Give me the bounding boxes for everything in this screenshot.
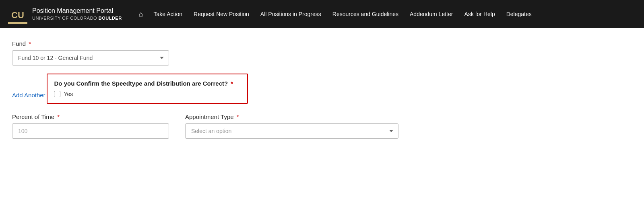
- confirm-box: Do you Confirm the Speedtype and Distrib…: [47, 74, 248, 104]
- nav-ask-for-help[interactable]: Ask for Help: [458, 0, 500, 28]
- confirm-yes-checkbox[interactable]: [54, 91, 60, 97]
- nav-request-new-position[interactable]: Request New Position: [188, 0, 255, 28]
- nav-resources[interactable]: Resources and Guidelines: [327, 0, 404, 28]
- confirm-required-star: *: [229, 80, 233, 87]
- svg-text:CU: CU: [11, 10, 24, 20]
- form-bottom-row: Percent of Time * Appointment Type * Sel…: [12, 113, 632, 139]
- appointment-type-col: Appointment Type * Select an option Full…: [185, 113, 398, 139]
- main-content: Fund * Fund 10 or 12 - General Fund Fund…: [0, 28, 644, 151]
- confirm-yes-label[interactable]: Yes: [64, 91, 73, 97]
- brand-text: Position Management Portal UNIVERSITY OF…: [32, 7, 122, 21]
- add-another-link[interactable]: Add Another: [12, 92, 45, 98]
- percent-of-time-col: Percent of Time *: [12, 113, 169, 139]
- percent-required-star: *: [56, 113, 60, 120]
- cu-logo-icon: CU: [8, 4, 27, 24]
- fund-select[interactable]: Fund 10 or 12 - General Fund Fund 20 - G…: [12, 50, 169, 66]
- percent-of-time-input[interactable]: [12, 123, 169, 139]
- nav-links: ⌂ Take Action Request New Position All P…: [134, 0, 636, 28]
- home-icon[interactable]: ⌂: [134, 10, 148, 18]
- nav-all-positions[interactable]: All Positions in Progress: [255, 0, 327, 28]
- navbar: CU Position Management Portal UNIVERSITY…: [0, 0, 644, 28]
- fund-label: Fund *: [12, 40, 632, 47]
- percent-of-time-label: Percent of Time *: [12, 113, 169, 120]
- brand-logo-link[interactable]: CU Position Management Portal UNIVERSITY…: [8, 4, 122, 24]
- nav-take-action[interactable]: Take Action: [148, 0, 188, 28]
- appointment-type-label: Appointment Type *: [185, 113, 398, 120]
- confirm-checkbox-row: Yes: [54, 91, 241, 97]
- brand-title: Position Management Portal: [32, 7, 122, 15]
- brand-subtitle: UNIVERSITY OF COLORADO BOULDER: [32, 15, 122, 21]
- confirm-question: Do you Confirm the Speedtype and Distrib…: [54, 80, 241, 87]
- fund-required-star: *: [27, 40, 31, 47]
- appointment-required-star: *: [235, 113, 239, 120]
- nav-addendum-letter[interactable]: Addendum Letter: [404, 0, 458, 28]
- svg-rect-1: [8, 22, 27, 24]
- nav-delegates[interactable]: Delegates: [501, 0, 537, 28]
- fund-group: Fund * Fund 10 or 12 - General Fund Fund…: [12, 40, 632, 66]
- appointment-type-select[interactable]: Select an option Full-time Part-time Tem…: [185, 123, 398, 139]
